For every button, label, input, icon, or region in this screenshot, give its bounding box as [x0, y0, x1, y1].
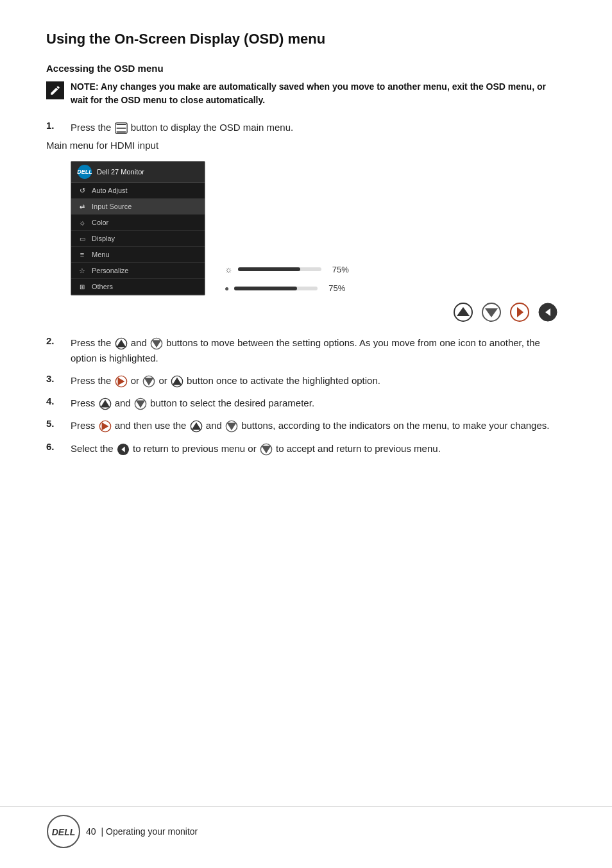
contrast-icon: ● [225, 284, 229, 293]
osd-item-inputsource[interactable]: ⇄ Input Source [71, 199, 205, 215]
steps-list: 2. Press the and buttons to move between… [46, 335, 566, 456]
osd-right-panel: ☼ 75% ● 75% [225, 264, 349, 296]
svg-marker-6 [485, 308, 498, 317]
menu-icon: ≡ [78, 250, 87, 259]
svg-marker-22 [100, 400, 110, 408]
step-4-content: Press and button to select the desired p… [71, 396, 566, 410]
brightness-value: 75% [327, 265, 349, 274]
step-3-content: Press the or or button once to activate … [71, 373, 566, 388]
footer-left: DELL [46, 814, 81, 849]
down-btn-inline-4b [134, 397, 147, 410]
dell-logo-footer: DELL [46, 814, 81, 849]
down-btn-inline [150, 337, 163, 350]
svg-marker-24 [136, 401, 146, 408]
down-btn-inline-3b [142, 375, 155, 388]
step-4: 4. Press and button to select the desire… [46, 396, 566, 410]
main-menu-label: Main menu for HDMI input [46, 140, 566, 151]
osd-item-autoadjust[interactable]: ↺ Auto Adjust [71, 183, 205, 199]
note-box: NOTE: Any changes you make are automatic… [46, 80, 566, 107]
osd-menu: DELL Dell 27 Monitor ↺ Auto Adjust ⇄ Inp… [71, 161, 205, 296]
svg-text:DELL: DELL [52, 827, 76, 837]
svg-marker-26 [101, 422, 108, 431]
button-icons-row [46, 301, 566, 324]
step-4-num: 4. [46, 396, 71, 406]
step-1-num: 1. [46, 120, 71, 131]
footer-page-label: | Operating your monitor [101, 826, 198, 837]
contrast-fill [234, 287, 297, 290]
svg-marker-34 [262, 446, 271, 453]
svg-marker-30 [227, 423, 237, 431]
step-6-content: Select the to return to previous menu or… [71, 441, 566, 456]
step-2-num: 2. [46, 335, 71, 346]
up-button-icon [452, 301, 475, 324]
up-btn-inline [115, 337, 128, 350]
page-title: Using the On-Screen Display (OSD) menu [46, 31, 566, 47]
page: Using the On-Screen Display (OSD) menu A… [0, 0, 612, 868]
svg-rect-1 [116, 128, 126, 129]
check-btn-inline-6b [260, 443, 273, 456]
footer: DELL 40 | Operating your monitor [0, 806, 612, 849]
osd-menu-title: Dell 27 Monitor [97, 168, 144, 176]
step-5-content: Press and then use the and buttons, acco… [71, 418, 566, 433]
display-icon: ▭ [78, 234, 87, 243]
others-icon: ⊞ [78, 282, 87, 291]
up-btn-inline-3c [171, 375, 183, 388]
enter-button-icon [508, 301, 531, 324]
contrast-track [234, 287, 318, 290]
color-icon: ☼ [78, 218, 87, 227]
svg-marker-8 [517, 307, 523, 317]
osd-item-personalize[interactable]: ☆ Personalize [71, 263, 205, 279]
right-btn-inline-5a [99, 420, 112, 433]
svg-marker-4 [457, 307, 470, 316]
down-btn-inline-5c [225, 420, 238, 433]
svg-marker-14 [152, 340, 162, 348]
osd-header: DELL Dell 27 Monitor [71, 162, 205, 183]
step-2-content: Press the and buttons to move between th… [71, 335, 566, 365]
down-button-icon [480, 301, 503, 324]
svg-marker-12 [116, 340, 126, 347]
personalize-icon: ☆ [78, 266, 87, 275]
osd-item-display[interactable]: ▭ Display [71, 231, 205, 247]
svg-marker-18 [144, 378, 154, 385]
note-icon [46, 81, 64, 99]
svg-marker-28 [191, 422, 201, 430]
slider-contrast: ● 75% [225, 283, 349, 293]
osd-item-others[interactable]: ⊞ Others [71, 279, 205, 295]
osd-item-menu[interactable]: ≡ Menu [71, 247, 205, 263]
step-1-content: Press the button to display the OSD main… [71, 120, 566, 135]
osd-container: DELL Dell 27 Monitor ↺ Auto Adjust ⇄ Inp… [71, 161, 566, 296]
inputsource-icon: ⇄ [78, 202, 87, 211]
step-5: 5. Press and then use the and buttons, a… [46, 418, 566, 433]
back-btn-inline-6a [117, 443, 130, 456]
menu-button-icon [115, 122, 128, 135]
up-btn-inline-5b [190, 420, 203, 433]
svg-rect-2 [116, 131, 126, 133]
step-6: 6. Select the to return to previous menu… [46, 441, 566, 456]
brightness-track [238, 267, 321, 271]
step-6-num: 6. [46, 441, 71, 452]
footer-center: 40 | Operating your monitor [86, 826, 566, 837]
svg-marker-16 [117, 377, 124, 385]
pencil-icon [49, 85, 61, 96]
slider-brightness: ☼ 75% [225, 264, 349, 274]
right-btn-inline-3a [115, 375, 128, 388]
brightness-fill [238, 267, 301, 271]
svg-marker-20 [173, 377, 182, 385]
step-3: 3. Press the or or button once to activa… [46, 373, 566, 388]
step-5-num: 5. [46, 418, 71, 429]
brightness-icon: ☼ [225, 264, 233, 274]
step-2: 2. Press the and buttons to move between… [46, 335, 566, 365]
step-1: 1. Press the button to display the OSD m… [46, 120, 566, 135]
section-title: Accessing the OSD menu [46, 63, 566, 74]
note-text: NOTE: Any changes you make are automatic… [71, 80, 566, 107]
up-btn-inline-4a [99, 397, 112, 410]
dell-logo-small: DELL [78, 165, 92, 179]
osd-item-color[interactable]: ☼ Color [71, 215, 205, 231]
footer-page-number: 40 [86, 826, 96, 837]
step-3-num: 3. [46, 373, 71, 384]
autoadjust-icon: ↺ [78, 186, 87, 195]
back-button-icon [536, 301, 559, 324]
svg-rect-0 [116, 124, 126, 125]
contrast-value: 75% [323, 283, 345, 293]
